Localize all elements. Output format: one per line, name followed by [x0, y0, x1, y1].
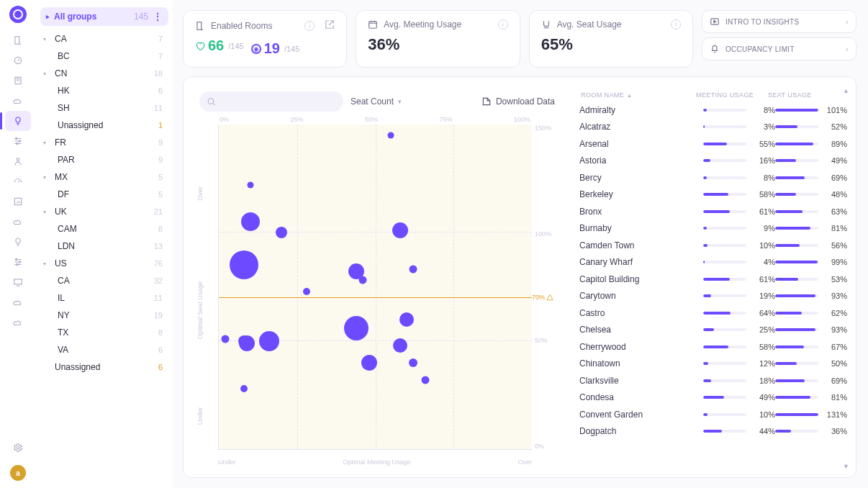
bubble[interactable] — [344, 316, 369, 340]
nav-report-icon[interactable] — [5, 191, 31, 212]
avatar[interactable]: a — [10, 465, 26, 481]
nav-gauge-icon[interactable] — [5, 171, 31, 191]
group-US-TX[interactable]: TX8 — [40, 324, 168, 341]
group-FR-PAR[interactable]: PAR9 — [40, 151, 168, 168]
group-MX[interactable]: ▾MX5 — [40, 168, 168, 186]
nav-door-icon[interactable] — [5, 30, 31, 50]
table-row[interactable]: Burnaby9%81% — [579, 220, 847, 238]
group-FR[interactable]: ▾FR9 — [40, 134, 168, 151]
bubble[interactable] — [359, 276, 367, 284]
bubble[interactable] — [238, 335, 250, 347]
bubble[interactable] — [259, 331, 279, 351]
bubble[interactable] — [409, 358, 417, 367]
group-US-IL[interactable]: IL11 — [40, 289, 168, 307]
table-row[interactable]: Astoria16%49% — [579, 153, 847, 170]
nav-sliders-icon[interactable] — [5, 131, 31, 151]
bubble[interactable] — [392, 222, 408, 238]
table-row[interactable]: Cherrywood58%67% — [579, 338, 847, 356]
bubble[interactable] — [422, 376, 430, 384]
bubble[interactable] — [409, 266, 417, 274]
table-row[interactable]: Bronx61%63% — [579, 203, 847, 220]
sort-asc-icon: ▲ — [627, 93, 632, 98]
group-CA[interactable]: ▾CA7 — [40, 30, 168, 48]
table-row[interactable]: Dogpatch44%36% — [579, 423, 847, 440]
col-room-name[interactable]: ROOM NAME ▲ — [581, 91, 696, 99]
kpi-enabled-rooms: Enabled Rooms i 66/145 ◉ 19/145 — [183, 10, 347, 68]
calendar-icon — [368, 19, 378, 30]
bubble[interactable] — [240, 385, 248, 392]
group-MX-DF[interactable]: DF5 — [40, 186, 168, 203]
bubble[interactable] — [399, 312, 414, 327]
link-intro-insights[interactable]: INTRO TO INSIGHTS › — [702, 10, 856, 33]
group-Unassigned[interactable]: Unassigned6 — [40, 358, 168, 376]
nav-doc-icon[interactable] — [5, 71, 31, 91]
table-row[interactable]: Convent Garden10%131% — [579, 406, 847, 423]
nav-bulb-icon[interactable] — [5, 111, 31, 131]
table-row[interactable]: Alcatraz3%52% — [579, 119, 847, 136]
app-logo[interactable] — [9, 6, 27, 23]
nav-person-icon[interactable] — [5, 151, 31, 171]
bubble[interactable] — [388, 132, 394, 139]
nav-cloud-icon[interactable] — [5, 91, 31, 111]
usage-scatter[interactable]: 0%25%50%75%100% 150%100%50%0% 70% Over O… — [198, 116, 556, 469]
table-row[interactable]: Carytown19%93% — [579, 288, 847, 305]
nav-cloud-icon[interactable] — [5, 212, 31, 232]
nav-cloud-icon[interactable] — [5, 312, 31, 333]
link-occupancy-limit[interactable]: OCCUPANCY LIMIT › — [702, 37, 856, 60]
col-seat[interactable]: SEAT USAGE — [768, 91, 840, 99]
open-external-icon[interactable] — [325, 19, 335, 32]
scroll-down-icon[interactable]: ▼ — [843, 463, 850, 470]
table-row[interactable]: Bercy8%69% — [579, 169, 847, 186]
all-groups-label: All groups — [54, 12, 96, 22]
table-row[interactable]: Condesa49%81% — [579, 389, 847, 407]
group-UK-LDN[interactable]: LDN13 — [40, 238, 168, 255]
bubble[interactable] — [230, 250, 258, 279]
table-row[interactable]: Capitol Building61%53% — [579, 271, 847, 288]
group-US-NY[interactable]: NY19 — [40, 307, 168, 324]
info-icon[interactable]: i — [671, 19, 681, 30]
bubble[interactable] — [276, 227, 287, 238]
bubble[interactable] — [303, 288, 310, 295]
table-row[interactable]: Berkeley58%48% — [579, 186, 847, 204]
table-row[interactable]: Castro64%62% — [579, 304, 847, 322]
scroll-up-icon[interactable]: ▲ — [843, 87, 850, 94]
size-legend-select[interactable]: Seat Count ▾ — [351, 96, 402, 107]
group-CA-BC[interactable]: BC7 — [40, 48, 168, 65]
info-icon[interactable]: i — [498, 19, 508, 30]
nav-sliders-icon[interactable] — [5, 252, 31, 272]
table-row[interactable]: Canary Wharf4%99% — [579, 254, 847, 271]
col-meeting[interactable]: MEETING USAGE — [696, 91, 768, 99]
nav-bulb-icon[interactable] — [5, 232, 31, 252]
nav-dashboard-icon[interactable] — [5, 50, 31, 71]
group-CN-Unassigned[interactable]: Unassigned1 — [40, 117, 168, 134]
group-US-VA[interactable]: VA6 — [40, 341, 168, 358]
group-US[interactable]: ▾US76 — [40, 255, 168, 272]
group-US-CA[interactable]: CA32 — [40, 272, 168, 289]
group-UK[interactable]: ▾UK21 — [40, 203, 168, 220]
table-row[interactable]: Camden Town10%56% — [579, 237, 847, 254]
bubble[interactable] — [393, 338, 407, 353]
search-input[interactable] — [199, 91, 343, 112]
bubble[interactable] — [361, 355, 377, 371]
bubble[interactable] — [221, 335, 229, 343]
table-row[interactable]: Chinatown12%50% — [579, 356, 847, 373]
group-CN-HK[interactable]: HK6 — [40, 82, 168, 99]
table-row[interactable]: Admiralty8%101% — [579, 101, 847, 119]
info-icon[interactable]: i — [304, 21, 315, 31]
nav-cloud-icon[interactable] — [5, 292, 31, 312]
bubble[interactable] — [241, 212, 260, 231]
table-row[interactable]: Clarksville18%69% — [579, 372, 847, 389]
group-CN[interactable]: ▾CN18 — [40, 65, 168, 82]
y-seg-optimal: Optimal Seat Usage — [196, 281, 204, 339]
table-row[interactable]: Arsenal55%89% — [579, 135, 847, 153]
nav-monitor-icon[interactable] — [5, 272, 31, 292]
group-UK-CAM[interactable]: CAM8 — [40, 220, 168, 238]
table-row[interactable]: Chelsea25%93% — [579, 322, 847, 339]
all-groups-chip[interactable]: ▸ All groups 145 ⋮ — [40, 7, 168, 26]
download-data-button[interactable]: Download Data — [482, 96, 555, 107]
kpi-value: 36% — [368, 35, 507, 54]
settings-icon[interactable] — [5, 438, 31, 458]
kebab-icon[interactable]: ⋮ — [153, 12, 163, 22]
bubble[interactable] — [247, 182, 253, 189]
group-CN-SH[interactable]: SH11 — [40, 99, 168, 117]
